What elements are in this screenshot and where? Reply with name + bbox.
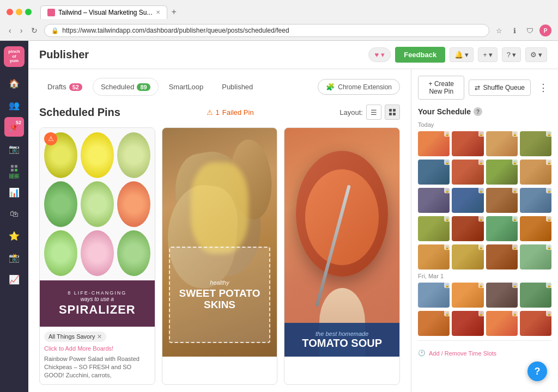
sidebar-item-publisher[interactable]: 📌 52 bbox=[4, 117, 24, 137]
bookmark-star-icon[interactable]: ☆ bbox=[494, 25, 505, 36]
schedule-thumb-23[interactable]: 🔒 bbox=[486, 283, 518, 308]
schedule-thumb-13[interactable]: 🔒 bbox=[418, 216, 450, 241]
sidebar-item-new[interactable]: NEW! bbox=[4, 161, 24, 180]
more-options-icon[interactable]: ⋮ bbox=[535, 78, 551, 97]
maximize-traffic-light[interactable] bbox=[25, 9, 32, 15]
lock-icon-12: 🔒 bbox=[546, 188, 551, 193]
tab-close-icon[interactable]: ✕ bbox=[156, 9, 160, 15]
schedule-thumb-2[interactable]: 🔒 bbox=[452, 131, 483, 156]
forward-button[interactable]: › bbox=[18, 25, 25, 36]
app-logo[interactable]: pinch of yum bbox=[4, 46, 25, 67]
reader-icon[interactable]: ℹ bbox=[509, 25, 520, 36]
minimize-traffic-light[interactable] bbox=[16, 9, 22, 15]
schedule-thumb-24[interactable]: 🔒 bbox=[520, 283, 551, 308]
feedback-button[interactable]: Feedback bbox=[395, 47, 445, 63]
sidebar-item-shop[interactable]: 🛍 bbox=[4, 204, 24, 224]
sidebar-item-bar-chart[interactable]: 📈 bbox=[4, 270, 24, 289]
help-circle-button[interactable]: ? bbox=[527, 362, 547, 381]
schedule-thumb-22[interactable]: 🔒 bbox=[452, 283, 483, 308]
tab-drafts[interactable]: Drafts 52 bbox=[39, 78, 90, 96]
schedule-thumb-11[interactable]: 🔒 bbox=[486, 188, 518, 213]
back-button[interactable]: ‹ bbox=[7, 25, 14, 36]
schedule-thumb-7[interactable]: 🔒 bbox=[486, 160, 518, 185]
lock-icon-21: 🔒 bbox=[444, 283, 450, 288]
help-button[interactable]: ? ▾ bbox=[502, 47, 521, 62]
logo-text: pinch of yum bbox=[8, 50, 20, 64]
question-icon: ? bbox=[507, 51, 511, 59]
create-button[interactable]: + ▾ bbox=[478, 47, 498, 62]
ts-main-title: TOMATO SOUP bbox=[290, 337, 394, 349]
bell-button[interactable]: 🔔 ▾ bbox=[450, 47, 474, 62]
shuffle-queue-button[interactable]: ⇄ Shuffle Queue bbox=[469, 79, 531, 96]
heart-button[interactable]: ♥ ▾ bbox=[368, 47, 391, 62]
grid-layout-button[interactable] bbox=[385, 105, 400, 120]
tab-scheduled[interactable]: Scheduled 89 bbox=[93, 78, 159, 96]
schedule-thumb-16[interactable]: 🔒 bbox=[520, 216, 551, 241]
schedule-thumb-14[interactable]: 🔒 bbox=[452, 216, 483, 241]
failed-pin-warning[interactable]: ⚠ 1 Failed Pin bbox=[207, 108, 254, 117]
schedule-thumb-28[interactable]: 🔒 bbox=[520, 311, 551, 336]
list-layout-button[interactable]: ☰ bbox=[366, 105, 381, 120]
sidebar-item-audience[interactable]: 👥 bbox=[4, 95, 24, 115]
schedule-thumb-17[interactable]: 🔒 bbox=[418, 244, 450, 270]
reload-button[interactable]: ↻ bbox=[29, 25, 40, 36]
settings-button[interactable]: ⚙ ▾ bbox=[525, 47, 547, 62]
user-avatar[interactable]: P bbox=[539, 24, 551, 36]
sidebar-item-analytics-small[interactable]: 📊 bbox=[4, 182, 24, 202]
schedule-thumb-6[interactable]: 🔒 bbox=[452, 160, 483, 185]
close-traffic-light[interactable] bbox=[7, 9, 13, 15]
tomato-soup-image: the best homemade TOMATO SOUP bbox=[284, 128, 399, 357]
schedule-thumb-19[interactable]: 🔒 bbox=[486, 244, 518, 270]
separator bbox=[418, 340, 551, 341]
spir-subtitle: 8 LIFE-CHANGING bbox=[44, 290, 150, 296]
pin-card-tomato-soup: the best homemade TOMATO SOUP bbox=[284, 127, 400, 385]
new-tab-button[interactable]: + bbox=[167, 4, 181, 20]
schedule-grid-row4: 🔒 🔒 🔒 🔒 bbox=[418, 216, 551, 241]
schedule-thumb-8[interactable]: 🔒 bbox=[520, 160, 551, 185]
chrome-ext-label: Chrome Extension bbox=[338, 83, 392, 91]
tomato-soup-title-overlay: the best homemade TOMATO SOUP bbox=[284, 323, 399, 357]
schedule-help-icon[interactable]: ? bbox=[474, 107, 482, 116]
add-boards-link[interactable]: Click to Add More Boards! bbox=[44, 345, 150, 352]
lock-icon-19: 🔒 bbox=[512, 244, 518, 250]
tab-smartloop[interactable]: SmartLoop bbox=[161, 78, 212, 96]
lock-icon-22: 🔒 bbox=[478, 283, 484, 288]
create-new-pin-button[interactable]: + Create New Pin bbox=[418, 76, 464, 100]
tab-published[interactable]: Published bbox=[214, 78, 261, 96]
today-label: Today bbox=[418, 121, 551, 128]
header-actions: ♥ ▾ Feedback 🔔 ▾ + ▾ ? ▾ ⚙ ▾ bbox=[368, 47, 547, 63]
schedule-thumb-27[interactable]: 🔒 bbox=[486, 311, 518, 336]
schedule-thumb-3[interactable]: 🔒 bbox=[486, 131, 518, 156]
schedule-thumb-4[interactable]: 🔒 bbox=[520, 131, 551, 156]
board-tag-close-icon[interactable]: ✕ bbox=[97, 333, 102, 340]
tabs-bar: Drafts 52 Scheduled 89 SmartLoop Publish… bbox=[39, 78, 400, 96]
sidebar-item-favorites[interactable]: ⭐ bbox=[4, 226, 24, 246]
schedule-grid-row2: 🔒 🔒 🔒 🔒 bbox=[418, 160, 551, 185]
browser-tab[interactable]: Tailwind – Visual Marketing Su... ✕ bbox=[40, 5, 167, 19]
sidebar-item-instagram2[interactable]: 📸 bbox=[4, 248, 24, 267]
schedule-thumb-1[interactable]: 🔒 bbox=[418, 131, 450, 156]
address-bar-icons: ☆ ℹ 🛡 P bbox=[494, 24, 551, 36]
schedule-thumb-21[interactable]: 🔒 bbox=[418, 283, 450, 308]
help-circle-icon: ? bbox=[535, 366, 541, 377]
sidebar-item-instagram[interactable]: 📷 bbox=[4, 139, 24, 158]
browser-titlebar: Tailwind – Visual Marketing Su... ✕ + bbox=[0, 0, 558, 22]
cheese-overlay bbox=[191, 162, 248, 254]
shield-icon[interactable]: 🛡 bbox=[524, 25, 535, 36]
lock-icon-7: 🔒 bbox=[512, 160, 518, 165]
sidebar-item-home[interactable]: 🏠 bbox=[4, 74, 24, 93]
schedule-thumb-5[interactable]: 🔒 bbox=[418, 160, 450, 185]
add-remove-time-slots[interactable]: 🕐 Add / Remove Time Slots bbox=[418, 345, 551, 361]
schedule-thumb-20[interactable]: 🔒 bbox=[520, 244, 551, 270]
plus-icon: + bbox=[483, 51, 487, 59]
lock-icon-27: 🔒 bbox=[512, 311, 518, 316]
url-bar[interactable]: 🔒 https://www.tailwindapp.com/dashboard/… bbox=[44, 24, 489, 37]
schedule-thumb-18[interactable]: 🔒 bbox=[452, 244, 483, 270]
schedule-thumb-15[interactable]: 🔒 bbox=[486, 216, 518, 241]
schedule-thumb-9[interactable]: 🔒 bbox=[418, 188, 450, 213]
schedule-thumb-25[interactable]: 🔒 bbox=[418, 311, 450, 336]
schedule-thumb-26[interactable]: 🔒 bbox=[452, 311, 483, 336]
chrome-extension-button[interactable]: 🧩 Chrome Extension bbox=[318, 79, 400, 95]
schedule-thumb-10[interactable]: 🔒 bbox=[452, 188, 483, 213]
schedule-thumb-12[interactable]: 🔒 bbox=[520, 188, 551, 213]
